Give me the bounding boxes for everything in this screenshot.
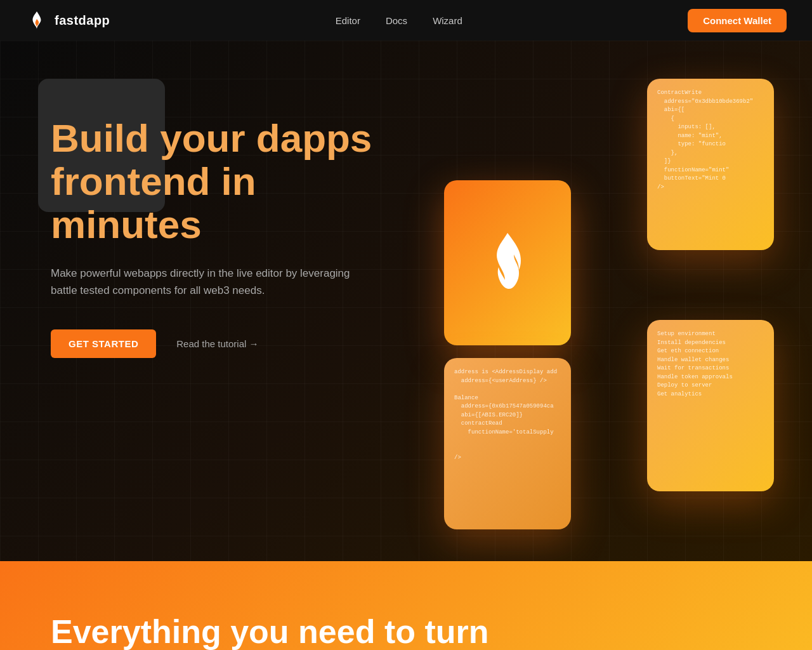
hero-buttons: GET STARTED Read the tutorial →: [51, 329, 381, 358]
bottom-section: Everything you need to turn your smart c…: [0, 561, 812, 650]
hero-section: Build your dapps frontend in minutes Mak…: [0, 41, 812, 561]
card-code-bottom-right: Setup environment Install dependencies G…: [647, 320, 774, 491]
nav-links: Editor Docs Wizard: [336, 15, 462, 26]
card-code-top-text: ContractWrite address="0x3dbb10bde369b2"…: [657, 89, 764, 192]
hero-description: Make powerful webapps directly in the li…: [51, 265, 355, 299]
card-flame: [444, 180, 571, 345]
logo-text: fastdapp: [55, 13, 110, 28]
nav-editor[interactable]: Editor: [336, 15, 360, 26]
bottom-title: Everything you need to turn your smart c…: [51, 612, 495, 650]
hero-content: Build your dapps frontend in minutes Mak…: [0, 41, 431, 409]
nav-docs[interactable]: Docs: [386, 15, 407, 26]
logo[interactable]: fastdapp: [25, 9, 110, 32]
cards-area: ContractWrite address="0x3dbb10bde369b2"…: [444, 79, 774, 561]
logo-icon: [25, 9, 48, 32]
nav-wizard[interactable]: Wizard: [433, 15, 462, 26]
connect-wallet-button[interactable]: Connect Wallet: [688, 9, 787, 32]
card-code-bottom-center-text: address is <AddressDisplay add address={…: [454, 368, 561, 463]
card-code-bottom-right-text: Setup environment Install dependencies G…: [657, 330, 764, 399]
card-code-bottom-center: address is <AddressDisplay add address={…: [444, 358, 571, 529]
hero-title: Build your dapps frontend in minutes: [51, 117, 381, 247]
tutorial-link[interactable]: Read the tutorial →: [176, 338, 258, 349]
navbar: fastdapp Editor Docs Wizard Connect Wall…: [0, 0, 812, 41]
flame-icon: [482, 228, 533, 298]
card-code-top: ContractWrite address="0x3dbb10bde369b2"…: [647, 79, 774, 250]
get-started-button[interactable]: GET STARTED: [51, 329, 156, 358]
